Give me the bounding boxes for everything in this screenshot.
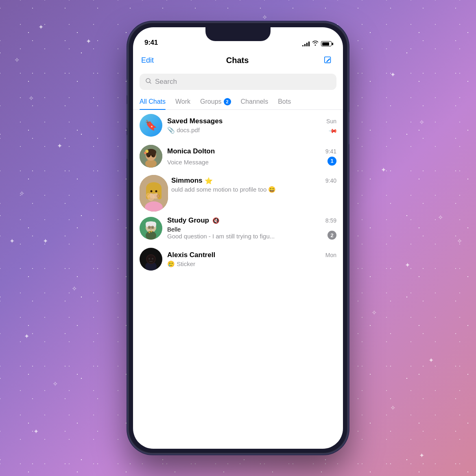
svg-point-9	[144, 152, 146, 154]
svg-point-20	[153, 194, 158, 199]
edit-button[interactable]: Edit	[141, 56, 154, 65]
svg-point-11	[152, 155, 153, 157]
chat-time: 8:59	[325, 217, 336, 224]
sender-name: Belle	[167, 226, 328, 233]
signal-bar-2	[304, 44, 306, 46]
svg-point-35	[149, 227, 150, 228]
list-item[interactable]: Monica Dolton 9:41 Voice Message 1	[133, 141, 343, 172]
notch	[205, 27, 271, 41]
avatar-image	[140, 175, 168, 212]
power-button	[348, 112, 349, 144]
groups-badge: 2	[224, 98, 231, 105]
chat-name: Monica Dolton	[167, 147, 215, 155]
tab-channels[interactable]: Channels	[241, 95, 269, 109]
avatar	[140, 217, 162, 240]
avatar-image	[140, 248, 162, 271]
unread-badge: 2	[328, 231, 336, 240]
phone-frame: 9:41	[128, 22, 348, 454]
tab-bots[interactable]: Bots	[278, 95, 291, 109]
volume-up-button	[127, 104, 128, 128]
search-icon	[145, 78, 152, 86]
svg-point-21	[146, 193, 151, 197]
tab-work[interactable]: Work	[175, 95, 190, 109]
svg-point-36	[152, 227, 153, 228]
chat-time: Sun	[326, 118, 336, 124]
svg-point-31	[148, 231, 150, 233]
chat-time: 9:40	[325, 177, 336, 184]
list-item[interactable]: Alexis Cantrell Mon 🥲 Sticker	[133, 244, 343, 275]
chat-content: Simmons ⭐ 9:40 ould add some motion to p…	[171, 172, 336, 193]
phone-screen: 9:41	[133, 27, 343, 449]
avatar-image	[140, 145, 162, 168]
avatar	[140, 248, 162, 271]
svg-point-10	[148, 155, 150, 157]
tab-all-chats[interactable]: All Chats	[140, 95, 166, 109]
mute-icon: 🔇	[212, 217, 219, 224]
unread-badge: 1	[328, 157, 336, 166]
chat-time: Mon	[325, 252, 336, 258]
chat-preview: 📎 docs.pdf	[167, 127, 330, 134]
chat-content: Saved Messages Sun 📎 docs.pdf 📌	[167, 117, 336, 134]
list-item[interactable]: Study Group 🔇 8:59 Belle Good question -…	[133, 212, 343, 244]
status-icons	[302, 41, 332, 47]
chat-preview: Voice Message	[167, 159, 328, 166]
clip-icon: 📎	[167, 127, 177, 133]
signal-bar-4	[308, 41, 310, 46]
svg-point-40	[147, 255, 155, 263]
svg-point-32	[151, 231, 152, 232]
svg-point-41	[148, 258, 150, 260]
chat-name: Simmons ⭐	[171, 177, 213, 185]
chat-preview: 🥲 Sticker	[167, 260, 336, 268]
chat-preview-multi: Belle Good question - I am still trying …	[167, 226, 328, 240]
compose-button[interactable]	[321, 53, 335, 67]
chat-list: 🔖 Saved Messages Sun 📎 docs.pdf 📌	[133, 110, 343, 449]
chat-name: Saved Messages	[167, 117, 223, 125]
chat-name: Alexis Cantrell	[167, 251, 215, 259]
status-time: 9:41	[144, 39, 158, 47]
avatar	[140, 145, 162, 168]
avatar: 🔖	[140, 114, 162, 137]
saved-messages-icon: 🔖	[145, 120, 157, 131]
list-item[interactable]: 🔖 Saved Messages Sun 📎 docs.pdf 📌	[133, 110, 343, 141]
chat-name: Study Group 🔇	[167, 216, 219, 225]
chat-content: Monica Dolton 9:41 Voice Message 1	[167, 147, 336, 166]
avatar-image	[140, 217, 162, 240]
chat-content: Study Group 🔇 8:59 Belle Good question -…	[167, 216, 336, 240]
wifi-icon	[312, 41, 319, 47]
signal-bar-1	[302, 45, 304, 46]
battery-icon	[321, 41, 332, 46]
nav-header: Edit Chats	[133, 50, 343, 72]
volume-down-button	[127, 135, 128, 159]
svg-point-23	[155, 190, 157, 192]
chat-content: Alexis Cantrell Mon 🥲 Sticker	[167, 251, 336, 268]
star-icon: ⭐	[205, 177, 213, 185]
message-text: Good question - I am still trying to fig…	[167, 233, 328, 240]
list-item[interactable]: Simmons ⭐ 9:40 ould add some motion to p…	[133, 172, 343, 212]
tab-groups[interactable]: Groups 2	[200, 95, 231, 109]
signal-bar-3	[306, 43, 308, 46]
signal-icon	[302, 41, 310, 46]
svg-point-42	[152, 258, 153, 260]
avatar	[140, 175, 168, 212]
svg-point-28	[146, 222, 150, 227]
svg-point-22	[151, 190, 153, 192]
svg-point-30	[146, 231, 156, 240]
svg-rect-0	[325, 57, 331, 63]
search-bar[interactable]: Search	[140, 74, 336, 90]
svg-point-29	[152, 222, 156, 227]
svg-point-7	[151, 150, 156, 157]
pin-icon: 📌	[328, 126, 338, 135]
search-placeholder: Search	[155, 78, 177, 86]
filter-tabs: All Chats Work Groups 2 Channels Bots	[133, 95, 343, 110]
page-title: Chats	[226, 56, 249, 65]
chat-time: 9:41	[325, 148, 336, 155]
chat-preview: ould add some motion to profile too 😄	[171, 186, 336, 193]
